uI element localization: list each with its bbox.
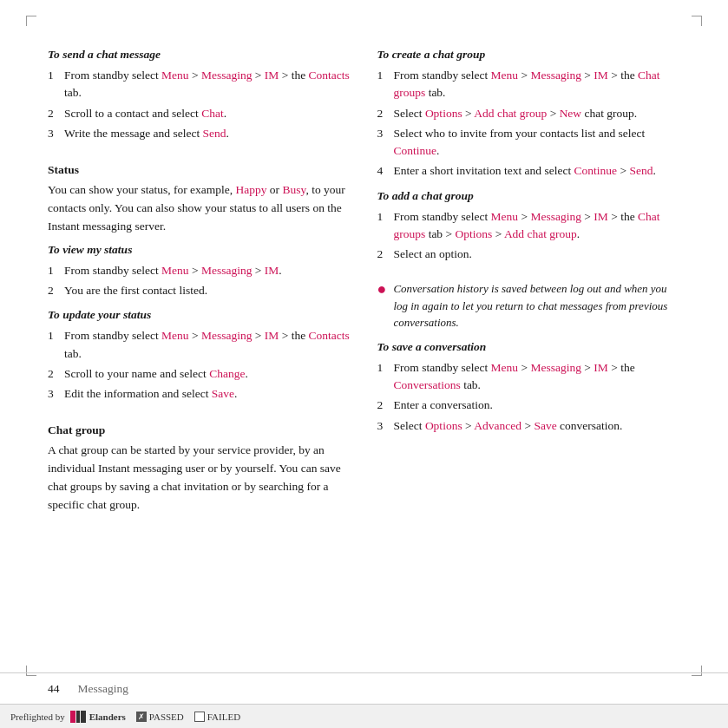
save-link: Save xyxy=(534,419,556,432)
continue-link: Continue xyxy=(574,164,618,177)
menu-link: Menu xyxy=(491,210,519,223)
send-chat-steps: 1 From standby select Menu > Messaging >… xyxy=(48,67,351,142)
preflighted-bar: Preflighted by Elanders ✗ PASSED FAILED xyxy=(0,704,728,728)
step-text: From standby select Menu > Messaging > I… xyxy=(394,359,681,395)
save-link: Save xyxy=(212,387,234,400)
step-1: 1 From standby select Menu > Messaging >… xyxy=(377,359,681,395)
step-num: 1 xyxy=(377,67,390,102)
step-1: 1 From standby select Menu > Messaging >… xyxy=(48,67,351,102)
step-1: 1 From standby select Menu > Messaging >… xyxy=(48,327,351,363)
passed-label: PASSED xyxy=(149,712,184,722)
note-icon: ● xyxy=(377,281,387,297)
messaging-link: Messaging xyxy=(201,329,253,342)
status-body: You can show your status, for example, H… xyxy=(48,181,351,236)
step-text: From standby select Menu > Messaging > I… xyxy=(64,67,351,102)
conversations-link: Conversations xyxy=(394,378,461,391)
save-conversation-steps: 1 From standby select Menu > Messaging >… xyxy=(377,359,681,435)
step-4: 4 Enter a short invitation text and sele… xyxy=(377,162,681,180)
step-num: 3 xyxy=(48,385,60,403)
chat-group-section: Chat group A chat group can be started b… xyxy=(48,411,351,521)
step-text: Select Options > Add chat group > New ch… xyxy=(394,105,681,122)
step-text: Scroll to your name and select Change. xyxy=(64,365,351,383)
step-num: 2 xyxy=(48,105,60,122)
contacts-link: Contacts xyxy=(309,329,350,342)
preflighted-label: Preflighted by xyxy=(10,712,65,722)
step-text: Edit the information and select Save. xyxy=(64,385,351,403)
im-link: IM xyxy=(594,69,608,82)
step-text: From standby select Menu > Messaging > I… xyxy=(64,327,351,363)
menu-link: Menu xyxy=(161,69,189,82)
svg-rect-1 xyxy=(76,711,80,723)
page-number: 44 xyxy=(48,682,60,696)
options-link: Options xyxy=(455,227,492,240)
view-status-steps: 1 From standby select Menu > Messaging >… xyxy=(48,262,351,300)
messaging-link: Messaging xyxy=(201,264,253,277)
im-link: IM xyxy=(265,329,279,342)
step-text: Enter a short invitation text and select… xyxy=(394,162,681,180)
chat-group-body: A chat group can be started by your serv… xyxy=(48,442,351,515)
section-name: Messaging xyxy=(78,682,129,696)
update-status-title: To update your status xyxy=(48,308,351,322)
add-chat-group-steps: 1 From standby select Menu > Messaging >… xyxy=(377,208,681,264)
step-num: 3 xyxy=(377,417,390,435)
passed-badge: ✗ PASSED xyxy=(136,712,184,722)
step-num: 2 xyxy=(377,397,390,414)
step-num: 1 xyxy=(377,208,390,244)
elanders-logo: Elanders xyxy=(70,711,126,723)
save-conversation-section: To save a conversation 1 From standby se… xyxy=(377,340,681,443)
step-num: 2 xyxy=(377,246,390,263)
step-1: 1 From standby select Menu > Messaging >… xyxy=(48,262,351,279)
step-num: 2 xyxy=(377,105,390,122)
step-2: 2 Select Options > Add chat group > New … xyxy=(377,105,681,122)
status-section: Status You can show your status, for exa… xyxy=(48,151,351,243)
chat-group-heading: Chat group xyxy=(48,423,351,437)
note-text: Conversation history is saved between lo… xyxy=(393,280,680,331)
step-2: 2 You are the first contact listed. xyxy=(48,282,351,299)
step-num: 1 xyxy=(48,67,60,102)
save-conversation-title: To save a conversation xyxy=(377,340,681,354)
step-num: 1 xyxy=(377,359,390,395)
step-num: 4 xyxy=(377,162,390,180)
menu-link: Menu xyxy=(161,329,189,342)
step-text: From standby select Menu > Messaging > I… xyxy=(394,67,681,102)
step-num: 1 xyxy=(48,327,60,363)
busy-link: Busy xyxy=(282,183,305,196)
note-block: ● Conversation history is saved between … xyxy=(377,280,681,331)
step-num: 2 xyxy=(48,282,60,299)
step-text: Select Options > Advanced > Save convers… xyxy=(394,417,681,435)
failed-label: FAILED xyxy=(207,712,240,722)
continue-link: Continue xyxy=(394,144,437,157)
step-3: 3 Select who to invite from your contact… xyxy=(377,125,681,161)
options-link: Options xyxy=(425,107,462,120)
messaging-link: Messaging xyxy=(530,361,581,374)
step-num: 3 xyxy=(48,125,60,142)
add-chat-group-section: To add a chat group 1 From standby selec… xyxy=(377,189,681,272)
failed-checkbox xyxy=(194,712,205,722)
messaging-link: Messaging xyxy=(530,69,581,82)
update-status-section: To update your status 1 From standby sel… xyxy=(48,308,351,411)
options-link: Options xyxy=(425,419,462,432)
step-2: 2 Select an option. xyxy=(377,246,681,263)
chat-groups-link: Chat groups xyxy=(394,69,660,99)
step-text: Enter a conversation. xyxy=(394,397,681,414)
step-2: 2 Enter a conversation. xyxy=(377,397,681,414)
menu-link: Menu xyxy=(161,264,189,277)
step-text: Write the message and select Send. xyxy=(64,125,351,142)
corner-mark-tr xyxy=(692,16,702,26)
right-column: To create a chat group 1 From standby se… xyxy=(377,48,681,659)
step-3: 3 Edit the information and select Save. xyxy=(48,385,351,403)
content-area: To send a chat message 1 From standby se… xyxy=(48,48,680,659)
create-chat-group-section: To create a chat group 1 From standby se… xyxy=(377,48,681,189)
corner-mark-tl xyxy=(26,16,36,26)
svg-rect-2 xyxy=(81,711,86,723)
im-link: IM xyxy=(265,264,279,277)
step-2: 2 Scroll to a contact and select Chat. xyxy=(48,105,351,122)
step-text: Select an option. xyxy=(394,246,681,263)
change-link: Change xyxy=(209,367,245,380)
send-chat-title: To send a chat message xyxy=(48,48,351,62)
advanced-link: Advanced xyxy=(474,419,521,432)
update-status-steps: 1 From standby select Menu > Messaging >… xyxy=(48,327,351,403)
status-heading: Status xyxy=(48,163,351,177)
messaging-link: Messaging xyxy=(201,69,253,82)
failed-badge: FAILED xyxy=(194,712,240,722)
